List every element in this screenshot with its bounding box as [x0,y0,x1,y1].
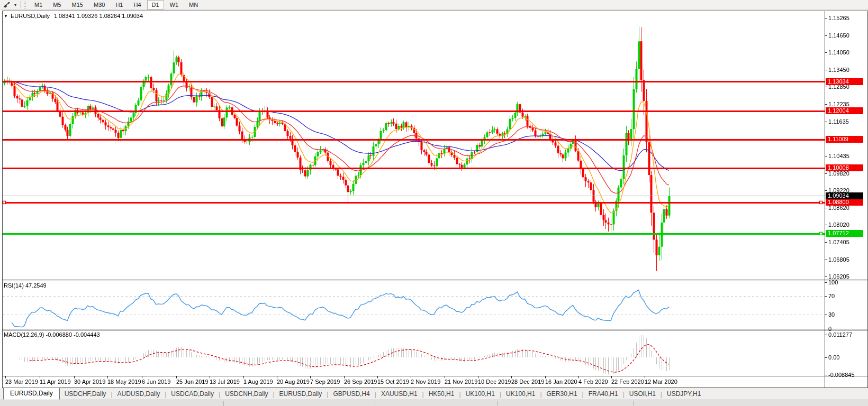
price-axis-label: 1.14650 [828,32,849,39]
date-axis-label: 7 Sep 2019 [310,379,340,385]
tab-strip-separator [498,401,498,406]
tab-strip-separator [223,401,224,406]
tab-eurusd-daily[interactable]: EURUSD,Daily [3,387,60,400]
chart-title-arrow-icon[interactable]: ▼ [4,14,8,19]
date-axis-label: 18 May 2019 [107,379,141,385]
tab-eurusd-daily[interactable]: EURUSD,Daily [275,389,327,400]
chart-symbol-label: EURUSD,Daily [11,13,50,19]
price-line-badge: 1.07712 [826,230,863,237]
price-line-badge: 1.08800 [826,199,863,206]
price-axis-label: 1.12235 [828,101,849,107]
date-axis-label: 6 Jun 2019 [142,379,170,385]
date-axis-label: 16 Jan 2020 [545,379,577,385]
date-axis-label: 4 Feb 2020 [578,379,608,385]
date-axis-label: 20 Aug 2019 [277,379,310,385]
tab-gbpusd-h4[interactable]: GBPUSD,H4 [328,389,374,400]
date-axis-label: 15 Oct 2019 [377,379,409,385]
rsi-axis-label: 100 [828,279,838,285]
date-axis-label: 13 Jul 2019 [210,379,240,385]
rsi-axis-label: 30 [828,311,835,318]
mt4-window: { "toolbar": { "cursor_icon": "line-stud… [0,0,868,406]
date-axis-label: 1 Aug 2019 [243,379,273,385]
price-axis-label: 1.10435 [828,153,849,159]
price-line-badge: 1.12004 [826,107,863,114]
tab-usdjpy-h1[interactable]: USDJPY,H1 [662,389,706,400]
date-axis-label: 28 Dec 2019 [511,379,544,385]
price-axis-label: 1.08020 [828,222,849,228]
date-axis-label: 21 Nov 2019 [445,379,477,385]
macd-axis-label: 0.011277 [828,331,852,338]
price-axis-label: 1.15265 [828,15,849,21]
date-axis-label: 11 Apr 2019 [40,379,71,385]
macd-label: MACD(12,26,9) -0.006880 -0.004443 [4,331,100,338]
tab-usoil-h1[interactable]: USOil,H1 [625,389,661,400]
price-line-badge: 1.13034 [826,78,863,85]
tab-strip-separator [375,401,375,406]
tab-uk100-h1[interactable]: UK100,H1 [501,389,540,400]
tab-audusd-daily[interactable]: AUDUSD,Daily [113,389,165,400]
rsi-axis-label: 0 [828,326,831,332]
date-axis-label: 26 Sep 2019 [344,379,377,385]
price-line-badge: 1.11009 [826,136,863,143]
tab-usdcnh-daily[interactable]: USDCNH,Daily [220,389,273,400]
date-axis-label: 30 Apr 2019 [74,379,105,385]
tab-usdchf-daily[interactable]: USDCHF,Daily [60,389,111,400]
chart-canvas[interactable] [0,0,868,406]
chart-title: ▼EURUSD,Daily1.08341 1.09326 1.08264 1.0… [4,13,143,19]
tab-xauusd-h1[interactable]: XAUUSD,H1 [376,389,422,400]
chart-tab-bar: EURUSD,DailyUSDCHF,Daily|AUDUSD,Daily|US… [0,388,868,400]
price-axis-label: 1.06805 [828,256,849,263]
tab-ger30-h1[interactable]: GER30,H1 [542,389,582,400]
chart-ohlc-values: 1.08341 1.09326 1.08264 1.09034 [54,13,143,19]
price-axis-label: 1.13450 [828,67,849,73]
date-axis-label: 12 Mar 2020 [645,379,677,385]
price-axis-label: 1.11635 [828,118,849,125]
date-axis-label: 10 Dec 2019 [478,379,511,385]
rsi-label: RSI(14) 47.2549 [4,282,47,289]
macd-axis-label: 0.00 [828,354,839,361]
date-axis-label: 23 Mar 2019 [5,379,38,385]
date-axis-label: 25 Jun 2019 [176,379,209,385]
tab-uk100-h1[interactable]: UK100,H1 [461,389,500,400]
price-axis-label: 1.07405 [828,239,849,245]
tab-strip-separator [633,401,634,406]
rsi-axis-label: 70 [828,293,835,299]
price-line-badge: 1.10008 [826,164,863,171]
date-axis-label: 2 Nov 2019 [411,379,440,385]
tab-scroll-strip[interactable] [0,400,868,406]
current-price-badge: 1.09034 [826,192,863,199]
tab-fra40-h1[interactable]: FRA40,H1 [584,389,623,400]
date-axis-label: 22 Feb 2020 [611,379,644,385]
tab-usdcad-daily[interactable]: USDCAD,Daily [166,389,219,400]
macd-axis-label: -0.008845 [828,372,855,378]
tab-hk50-h1[interactable]: HK50,H1 [424,389,459,400]
price-axis-label: 1.14050 [828,49,849,56]
